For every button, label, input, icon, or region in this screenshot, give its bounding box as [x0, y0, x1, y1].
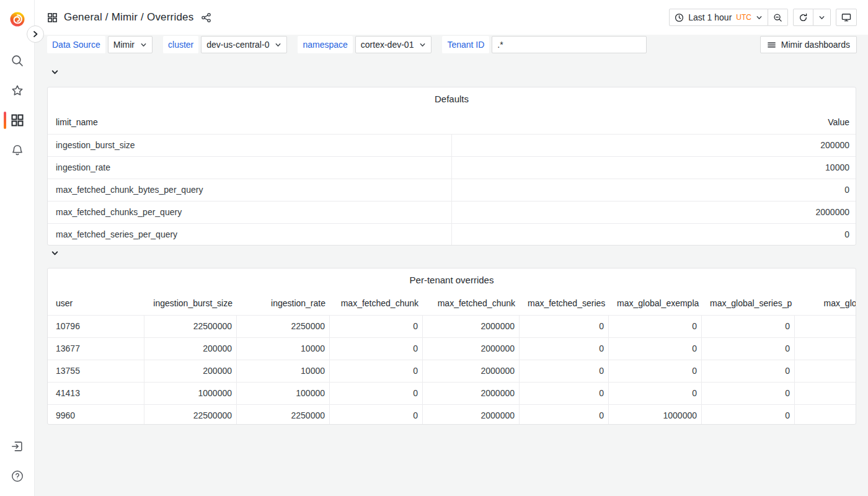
table-row: max_fetched_chunks_per_query2000000	[48, 202, 856, 224]
tenant-id-input[interactable]	[492, 36, 647, 53]
table-cell: 1	[795, 360, 856, 383]
column-header-max-global-s[interactable]: max_global_s	[795, 292, 856, 316]
variable-label: Tenant ID	[442, 36, 489, 53]
apps-icon	[11, 113, 24, 127]
list-icon	[767, 40, 776, 50]
column-header-max-fetched-series[interactable]: max_fetched_series	[520, 292, 609, 316]
chevron-down-icon	[51, 249, 59, 257]
column-header-ingestion-burst-size[interactable]: ingestion_burst_size	[144, 292, 237, 316]
kiosk-icon	[841, 12, 851, 22]
row-toggle-per-tenant[interactable]	[47, 246, 856, 260]
variable-label: cluster	[163, 36, 198, 53]
table-cell: 2000000	[423, 360, 520, 383]
panel-title[interactable]: Defaults	[48, 87, 856, 111]
grafana-logo[interactable]	[8, 10, 27, 29]
variables-bar: Data Source Mimir cluster dev-us-central…	[47, 36, 857, 53]
table-row: 1367720000010000020000000001	[48, 338, 856, 360]
sidebar-item-search[interactable]	[0, 52, 35, 69]
refresh-icon	[799, 13, 808, 22]
chevron-down-icon	[275, 42, 281, 48]
star-icon	[11, 84, 24, 97]
table-cell: 1	[795, 338, 856, 360]
table-cell: 0	[702, 316, 795, 338]
column-header-limit-name[interactable]: limit_name	[48, 111, 452, 135]
table-row: max_fetched_series_per_query0	[48, 224, 856, 246]
table-row: ingestion_rate10000	[48, 157, 856, 179]
column-header-max-global-series-p[interactable]: max_global_series_p	[702, 292, 795, 316]
table-row: ingestion_burst_size200000	[48, 135, 856, 157]
table-cell: 2000000	[423, 338, 520, 360]
table-cell: 10000	[452, 157, 856, 179]
sidebar-item-help[interactable]	[0, 467, 35, 485]
kiosk-mode-button[interactable]	[836, 9, 857, 26]
table-cell: 0	[702, 383, 795, 405]
variable-data-source: Data Source Mimir	[47, 36, 153, 53]
sidebar-item-dashboards[interactable]	[0, 112, 35, 129]
table-row: 1079622500000225000002000000000160	[48, 316, 856, 338]
breadcrumb[interactable]: General / Mimir / Overrides	[47, 11, 193, 24]
refresh-interval-dropdown[interactable]	[813, 9, 831, 26]
table-cell: 1000000	[144, 383, 237, 405]
column-header-ingestion-rate[interactable]: ingestion_rate	[237, 292, 330, 316]
column-header-user[interactable]: user	[48, 292, 144, 316]
variable-label: namespace	[298, 36, 352, 53]
mimir-dashboards-button[interactable]: Mimir dashboards	[760, 36, 857, 53]
table-row: 4141310000001000000200000000010	[48, 383, 856, 405]
table-cell: 2000000	[423, 383, 520, 405]
help-icon	[11, 469, 24, 483]
chevron-down-icon	[818, 14, 825, 21]
column-header-max-fetched-chunk-bytes[interactable]: max_fetched_chunk	[330, 292, 423, 316]
share-dashboard-button[interactable]	[201, 12, 211, 23]
table-cell: 9960	[48, 405, 144, 425]
time-picker-button[interactable]: Last 1 hour UTC	[669, 9, 768, 26]
table-cell: ingestion_burst_size	[48, 135, 452, 157]
table-body: ingestion_burst_size200000ingestion_rate…	[48, 135, 856, 246]
column-header-max-fetched-chunks[interactable]: max_fetched_chunk	[423, 292, 520, 316]
panel-defaults: Defaults limit_name Value ingestion_burs…	[47, 87, 856, 246]
zoom-out-time-button[interactable]	[768, 9, 788, 26]
expand-nav-button[interactable]	[27, 25, 44, 43]
sidebar-item-alerting[interactable]	[0, 141, 35, 159]
table-cell: 0	[520, 316, 609, 338]
refresh-button[interactable]	[793, 9, 813, 26]
table-cell: 0	[702, 405, 795, 425]
row-toggle-defaults[interactable]	[47, 64, 856, 79]
chevron-down-icon	[756, 14, 763, 21]
variable-value: Mimir	[113, 40, 135, 50]
sidebar-item-sign-in[interactable]	[0, 438, 35, 455]
sidebar-item-starred[interactable]	[0, 82, 35, 99]
table-body: 1079622500000225000002000000000160136772…	[48, 316, 856, 425]
table-cell: 0	[452, 224, 856, 246]
table-cell: max_fetched_chunk_bytes_per_query	[48, 179, 452, 202]
data-source-select[interactable]: Mimir	[108, 36, 153, 53]
table-cell: 0	[330, 360, 423, 383]
table-cell: 0	[520, 383, 609, 405]
table-cell: 200000	[452, 135, 856, 157]
zoom-out-icon	[773, 13, 782, 22]
table-cell: 41413	[48, 383, 144, 405]
table-cell: 2000000	[423, 405, 520, 425]
table-cell: 2000000	[452, 202, 856, 224]
sidebar-bottom	[0, 438, 35, 485]
share-icon	[201, 12, 211, 23]
time-range-label: Last 1 hour	[688, 12, 732, 22]
page-title: General / Mimir / Overrides	[64, 11, 193, 24]
chevron-down-icon	[140, 42, 147, 48]
panel-title[interactable]: Per-tenant overrides	[48, 268, 856, 292]
grafana-app: General / Mimir / Overrides Last 1 hour …	[0, 0, 868, 496]
namespace-select[interactable]: cortex-dev-01	[355, 36, 432, 53]
table-cell: 0	[520, 360, 609, 383]
variable-tenant-id: Tenant ID	[442, 36, 647, 53]
table-cell: 22500000	[144, 316, 237, 338]
table-cell: 0	[609, 316, 702, 338]
column-header-max-global-exemplars[interactable]: max_global_exempla	[609, 292, 702, 316]
timezone-label: UTC	[736, 13, 751, 22]
column-header-value[interactable]: Value	[452, 111, 856, 135]
search-icon	[11, 54, 24, 68]
variable-cluster: cluster dev-us-central-0	[163, 36, 287, 53]
cluster-select[interactable]: dev-us-central-0	[201, 36, 287, 53]
table-cell: 10796	[48, 316, 144, 338]
variable-value: dev-us-central-0	[206, 40, 269, 50]
table-row: max_fetched_chunk_bytes_per_query0	[48, 179, 856, 202]
chevron-right-icon	[32, 30, 39, 38]
